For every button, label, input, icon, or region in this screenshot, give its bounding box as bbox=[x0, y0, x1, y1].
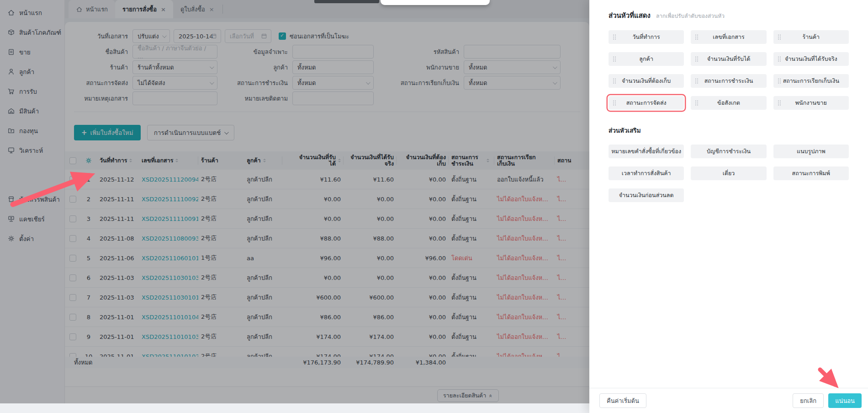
column-chip[interactable]: จำนวนเงินก่อนส่วนลด bbox=[609, 188, 684, 202]
column-chip[interactable]: เลขที่เอกสาร bbox=[691, 30, 766, 44]
column-chip-label: บัญชีการชำระเงิน bbox=[707, 147, 751, 156]
column-chip-label: จำนวนเงินก่อนส่วนลด bbox=[619, 191, 674, 200]
cancel-button[interactable]: ยกเลิก bbox=[793, 393, 824, 408]
column-chip-label: สถานะการพิมพ์ bbox=[792, 169, 831, 178]
shown-headers-grid: วันที่ทำการ เลขที่เอกสาร ร้านค้า ลูกค้า … bbox=[609, 30, 849, 110]
column-chip[interactable]: เดี่ยว bbox=[691, 166, 766, 180]
drawer-footer: คืนค่าเริ่มต้น ยกเลิก แน่นอน bbox=[589, 388, 868, 413]
column-chip-label: เลขที่เอกสาร bbox=[713, 32, 744, 42]
column-settings-drawer: ส่วนหัวที่แสดง ลากเพื่อปรับลำดับของส่วนห… bbox=[589, 0, 868, 413]
column-chip-label: สถานะการชำระเงิน bbox=[704, 76, 753, 86]
column-chip[interactable]: ร้านค้า bbox=[773, 30, 849, 44]
column-chip[interactable]: สถานะการพิมพ์ bbox=[773, 166, 849, 180]
column-chip[interactable]: ลูกค้า bbox=[609, 52, 684, 66]
column-chip[interactable]: บัญชีการชำระเงิน bbox=[691, 145, 766, 158]
column-chip[interactable]: พนักงานขาย bbox=[773, 96, 849, 110]
column-chip[interactable]: สถานะการชำระเงิน bbox=[691, 74, 766, 88]
column-chip-label: เดี่ยว bbox=[723, 169, 735, 178]
column-chip[interactable]: เวลาทำการสั่งสินค้า bbox=[609, 166, 684, 180]
column-chip[interactable]: สถานะการจัดส่ง bbox=[609, 96, 684, 110]
extra-headers-title: ส่วนหัวเสริม bbox=[609, 125, 849, 135]
column-chip-label: ข้อสังเกต bbox=[717, 98, 740, 107]
column-chip[interactable]: จำนวนเงินที่รับได้ bbox=[691, 52, 766, 66]
column-chip-label: ลูกค้า bbox=[639, 54, 653, 64]
column-chip-label: วันที่ทำการ bbox=[632, 32, 660, 42]
column-chip-label: หมายเลขคำสั่งซื้อที่เกี่ยวข้อง bbox=[611, 147, 681, 156]
column-chip[interactable]: จำนวนเงินที่ได้รับจริง bbox=[773, 52, 849, 66]
column-chip[interactable]: วันที่ทำการ bbox=[609, 30, 684, 44]
column-chip-label: สถานะการเรียกเก็บเงิน bbox=[783, 76, 839, 86]
column-chip[interactable]: ข้อสังเกต bbox=[691, 96, 766, 110]
top-tooltip-fragment bbox=[381, 0, 490, 5]
drawer-title: ส่วนหัวที่แสดง bbox=[609, 10, 651, 21]
column-chip-label: จำนวนเงินที่ต้องเก็บ bbox=[622, 76, 671, 86]
reset-defaults-button[interactable]: คืนค่าเริ่มต้น bbox=[599, 393, 646, 408]
column-chip-label: แนบรูปภาพ bbox=[797, 147, 826, 156]
drawer-mask[interactable] bbox=[0, 0, 589, 413]
column-chip[interactable]: แนบรูปภาพ bbox=[773, 145, 849, 158]
column-chip-label: จำนวนเงินที่รับได้ bbox=[707, 54, 751, 64]
column-chip-label: ร้านค้า bbox=[802, 32, 820, 42]
page-bottom-strip bbox=[0, 403, 589, 413]
column-chip[interactable]: หมายเลขคำสั่งซื้อที่เกี่ยวข้อง bbox=[609, 145, 684, 158]
extra-headers-grid: หมายเลขคำสั่งซื้อที่เกี่ยวข้อง บัญชีการช… bbox=[609, 145, 849, 202]
column-chip[interactable]: จำนวนเงินที่ต้องเก็บ bbox=[609, 74, 684, 88]
column-chip-label: สถานะการจัดส่ง bbox=[626, 98, 667, 107]
top-dark-bar-fragment bbox=[314, 0, 379, 3]
app-root: หน้าแรก สินค้าโภคภัณฑ์ ขาย ลูกค้า bbox=[0, 0, 868, 413]
column-chip-label: จำนวนเงินที่ได้รับจริง bbox=[785, 54, 837, 64]
confirm-button[interactable]: แน่นอน bbox=[828, 393, 862, 408]
drawer-subtitle: ลากเพื่อปรับลำดับของส่วนหัว bbox=[656, 11, 725, 20]
column-chip-label: พนักงานขาย bbox=[795, 98, 827, 107]
column-chip-label: เวลาทำการสั่งสินค้า bbox=[622, 169, 671, 178]
column-chip[interactable]: สถานะการเรียกเก็บเงิน bbox=[773, 74, 849, 88]
